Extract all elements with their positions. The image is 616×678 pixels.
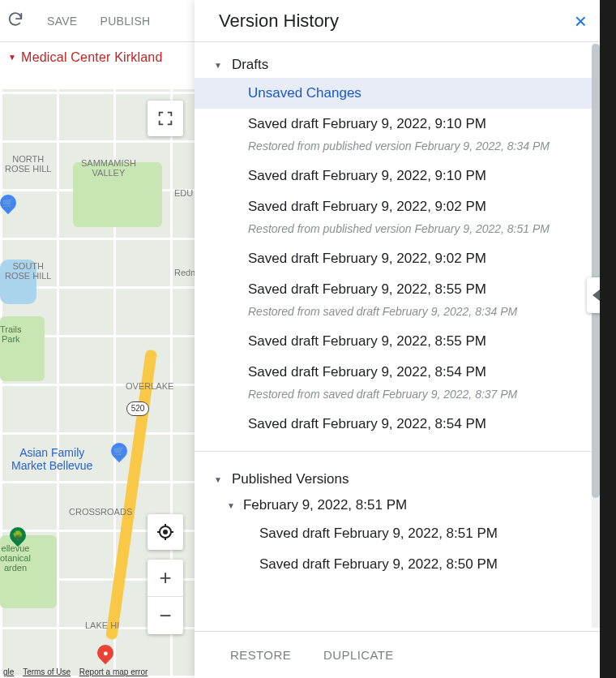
restore-button[interactable]: RESTORE [230, 648, 291, 662]
version-note: Restored from saved draft February 9, 20… [195, 305, 600, 326]
published-date: February 9, 2022, 8:51 PM [243, 497, 407, 513]
version-row[interactable]: Saved draft February 9, 2022, 8:54 PM [195, 409, 600, 440]
map-park [0, 535, 57, 608]
scrollbar-thumb[interactable] [592, 44, 600, 498]
version-note: Restored from published version February… [195, 222, 600, 243]
version-row[interactable]: Saved draft February 9, 2022, 9:10 PM [195, 109, 600, 139]
section-drafts[interactable]: ▼ Drafts [195, 52, 600, 78]
window-frame [600, 0, 616, 678]
version-row[interactable]: Saved draft February 9, 2022, 9:02 PM [195, 243, 600, 274]
map-provider-link[interactable]: gle [0, 667, 17, 676]
section-label: Drafts [232, 57, 268, 73]
map-label: EDU [174, 188, 193, 198]
version-row[interactable]: Saved draft February 9, 2022, 8:51 PM [195, 518, 600, 549]
zoom-out-button[interactable]: − [148, 597, 183, 634]
zoom-control: + − [148, 560, 183, 634]
map-canvas[interactable]: 520 NORTH ROSE HILL SAMMAMISH VALLEY EDU… [0, 89, 195, 678]
save-button[interactable]: SAVE [47, 15, 78, 28]
version-row[interactable]: Saved draft February 9, 2022, 8:50 PM [195, 549, 600, 580]
section-divider [195, 451, 600, 452]
chevron-down-icon[interactable]: ▼ [214, 475, 222, 484]
map-report-link[interactable]: Report a map error [76, 667, 151, 676]
version-list[interactable]: ▼ Drafts Unsaved Changes Saved draft Feb… [195, 42, 600, 631]
locate-button[interactable] [148, 514, 183, 550]
chevron-down-icon[interactable]: ▼ [214, 61, 222, 70]
map-pin-icon[interactable]: 🛒 [108, 440, 130, 462]
panel-header: Version History × [195, 0, 600, 42]
published-version-group[interactable]: ▼ February 9, 2022, 8:51 PM [195, 492, 600, 518]
zoom-in-button[interactable]: + [148, 560, 183, 597]
map-attribution: gle Terms of Use Report a map error [0, 667, 151, 676]
version-row[interactable]: Saved draft February 9, 2022, 8:54 PM [195, 357, 600, 388]
version-note: Restored from saved draft February 9, 20… [195, 388, 600, 409]
version-row-unsaved[interactable]: Unsaved Changes [195, 78, 600, 109]
map-pin-icon[interactable]: 🛒 [0, 191, 19, 214]
map-label: NORTH ROSE HILL [5, 154, 51, 174]
duplicate-button[interactable]: DUPLICATE [323, 648, 394, 662]
fullscreen-button[interactable] [148, 101, 183, 136]
map-pin-icon[interactable]: ● [94, 642, 117, 664]
close-icon[interactable]: × [575, 11, 587, 32]
redo-icon[interactable] [6, 11, 24, 32]
section-published[interactable]: ▼ Published Versions [195, 466, 600, 492]
panel-footer: RESTORE DUPLICATE [195, 631, 600, 678]
map-park [73, 162, 162, 227]
chevron-down-icon[interactable]: ▼ [227, 501, 235, 510]
version-row[interactable]: Saved draft February 9, 2022, 9:10 PM [195, 161, 600, 191]
version-history-panel: Version History × ▼ Drafts Unsaved Chang… [195, 0, 600, 678]
section-label: Published Versions [232, 471, 349, 487]
map-park [0, 316, 45, 381]
map-label: Redm [174, 268, 195, 277]
publish-button[interactable]: PUBLISH [101, 15, 151, 28]
scrollbar-track[interactable] [592, 44, 600, 628]
svg-point-1 [164, 530, 167, 534]
version-row[interactable]: Saved draft February 9, 2022, 8:55 PM [195, 274, 600, 305]
version-row[interactable]: Saved draft February 9, 2022, 8:55 PM [195, 326, 600, 357]
map-label: Asian Family Market Bellevue [11, 446, 92, 472]
version-row[interactable]: Saved draft February 9, 2022, 9:02 PM [195, 191, 600, 222]
hwy-shield: 520 [126, 401, 149, 416]
version-note: Restored from published version February… [195, 139, 600, 161]
map-terms-link[interactable]: Terms of Use [19, 667, 74, 676]
map-water [0, 260, 36, 304]
panel-title: Version History [219, 11, 339, 32]
